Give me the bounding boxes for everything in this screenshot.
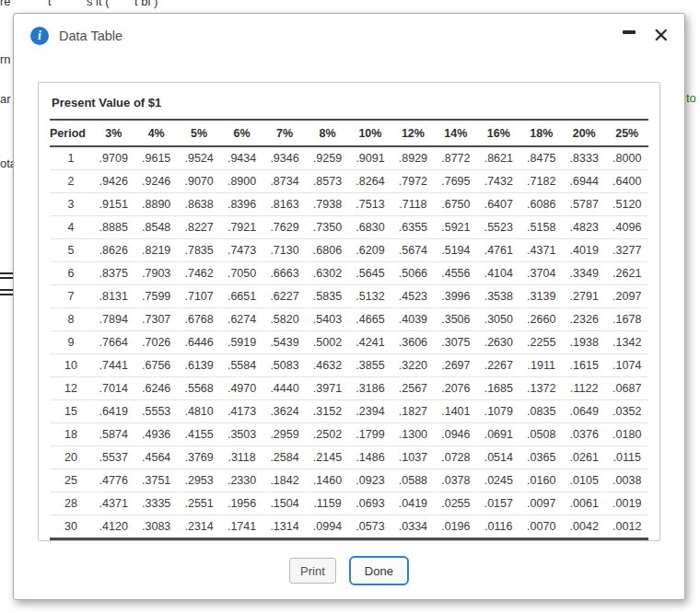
value-cell: .2567 <box>391 377 434 400</box>
value-cell: .6302 <box>306 262 348 285</box>
value-cell: .7462 <box>178 262 220 285</box>
value-cell: .0946 <box>435 423 477 446</box>
value-cell: .7130 <box>263 239 306 262</box>
background-line <box>0 294 13 295</box>
dialog-body: Present Value of $1 Period3%4%5%6%7%8%10… <box>14 58 684 541</box>
value-cell: .2959 <box>263 423 306 446</box>
value-cell: .1799 <box>349 423 391 446</box>
period-cell: 2 <box>50 170 92 193</box>
value-cell: .4096 <box>605 216 648 239</box>
background-line <box>0 277 13 279</box>
value-cell: .2394 <box>349 400 391 423</box>
value-cell: .4371 <box>92 492 134 515</box>
value-cell: .1842 <box>263 469 306 492</box>
value-cell: .7903 <box>134 262 177 285</box>
value-cell: .5645 <box>349 262 391 285</box>
value-cell: .6651 <box>220 285 262 308</box>
value-cell: .0012 <box>605 515 648 539</box>
value-cell: .4970 <box>220 377 262 400</box>
value-cell: .6944 <box>563 170 605 193</box>
period-cell: 1 <box>50 146 92 170</box>
value-cell: .2502 <box>306 423 348 446</box>
period-cell: 30 <box>50 515 92 539</box>
value-cell: .7118 <box>391 193 434 216</box>
value-cell: .6139 <box>178 354 220 377</box>
value-cell: .9070 <box>178 170 220 193</box>
value-cell: .5568 <box>178 377 220 400</box>
print-button[interactable]: Print <box>289 558 336 584</box>
value-cell: .0649 <box>563 400 605 423</box>
value-cell: .9091 <box>349 146 391 170</box>
table-row: 15.6419.5553.4810.4173.3624.3152.2394.18… <box>50 400 648 423</box>
value-cell: .3349 <box>563 262 605 285</box>
value-cell: .7695 <box>435 170 477 193</box>
value-cell: .0693 <box>349 492 391 515</box>
minimize-button[interactable] <box>622 28 636 44</box>
value-cell: .6400 <box>605 170 648 193</box>
background-text-fragment: t <box>48 0 52 8</box>
value-cell: .6756 <box>134 354 177 377</box>
value-cell: .5537 <box>92 446 134 469</box>
value-cell: .3152 <box>306 400 348 423</box>
value-cell: .0365 <box>520 446 563 469</box>
value-cell: .0255 <box>435 492 477 515</box>
done-button[interactable]: Done <box>349 556 409 585</box>
value-cell: .6750 <box>435 193 477 216</box>
value-cell: .0588 <box>391 469 434 492</box>
background-text-fragment: s it ( <box>87 0 110 8</box>
value-cell: .3538 <box>477 285 519 308</box>
rate-column-header: 16% <box>477 120 519 146</box>
value-cell: .3186 <box>349 377 391 400</box>
value-cell: .4823 <box>563 216 605 239</box>
value-cell: .4039 <box>391 308 434 331</box>
table-header-row: Period3%4%5%6%7%8%10%12%14%16%18%20%25% <box>50 120 648 146</box>
value-cell: .1159 <box>306 492 348 515</box>
value-cell: .1122 <box>563 377 605 400</box>
value-cell: .1300 <box>391 423 434 446</box>
value-cell: .5194 <box>435 239 477 262</box>
value-cell: .4523 <box>391 285 434 308</box>
value-cell: .2267 <box>477 354 519 377</box>
period-cell: 20 <box>50 446 92 469</box>
close-button[interactable]: ✕ <box>653 26 670 46</box>
value-cell: .5674 <box>391 239 434 262</box>
value-cell: .1956 <box>220 492 262 515</box>
value-cell: .1911 <box>520 354 563 377</box>
value-cell: .4632 <box>306 354 348 377</box>
value-cell: .8227 <box>178 216 220 239</box>
value-cell: .7350 <box>306 216 348 239</box>
period-cell: 3 <box>50 193 92 216</box>
value-cell: .8734 <box>263 170 306 193</box>
value-cell: .7441 <box>92 354 134 377</box>
value-cell: .0352 <box>605 400 648 423</box>
value-cell: .1504 <box>263 492 306 515</box>
table-row: 3.9151.8890.8638.8396.8163.7938.7513.711… <box>50 193 648 216</box>
table-row: 20.5537.4564.3769.3118.2584.2145.1486.10… <box>50 446 648 469</box>
value-cell: .2791 <box>563 285 605 308</box>
value-cell: .0334 <box>391 515 434 539</box>
rate-column-header: 4% <box>134 120 177 146</box>
value-cell: .6227 <box>263 285 306 308</box>
table-row: 12.7014.6246.5568.4970.4440.3971.3186.25… <box>50 377 648 400</box>
value-cell: .0514 <box>477 446 519 469</box>
value-cell: .6768 <box>178 308 220 331</box>
value-cell: .8375 <box>92 262 134 285</box>
value-cell: .7050 <box>220 262 262 285</box>
value-cell: .4241 <box>349 331 391 354</box>
period-cell: 15 <box>50 400 92 423</box>
value-cell: .2551 <box>178 492 220 515</box>
period-cell: 18 <box>50 423 92 446</box>
value-cell: .0691 <box>477 423 519 446</box>
value-cell: .1685 <box>477 377 519 400</box>
value-cell: .8626 <box>92 239 134 262</box>
window-controls: ✕ <box>622 26 670 46</box>
value-cell: .0105 <box>563 469 605 492</box>
value-cell: .4810 <box>178 400 220 423</box>
rate-column-header: 14% <box>435 120 477 146</box>
value-cell: .0728 <box>435 446 477 469</box>
value-cell: .4556 <box>435 262 477 285</box>
value-cell: .0835 <box>520 400 563 423</box>
period-cell: 10 <box>50 354 92 377</box>
background-text-fragment: ar <box>0 92 11 106</box>
value-cell: .1460 <box>306 469 348 492</box>
